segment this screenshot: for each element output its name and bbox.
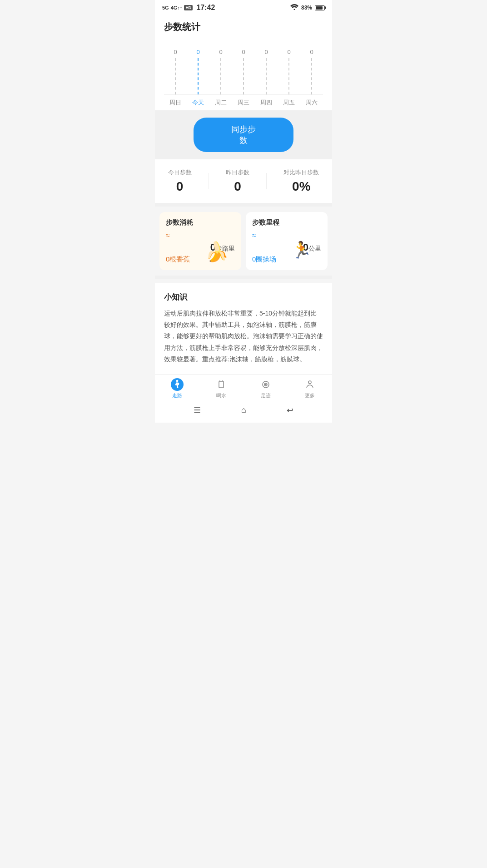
- today-value: 0: [176, 179, 184, 194]
- stats-row: 今日步数 0 昨日步数 0 对比昨日步数 0%: [155, 159, 332, 203]
- knowledge-title: 小知识: [164, 292, 323, 302]
- bar-col-4[interactable]: 0: [255, 49, 278, 94]
- bar-item-5: [288, 58, 290, 94]
- main-content: 步数统计 0000000 周日今天周二周三周四周五周六: [155, 14, 332, 110]
- chart-label-5: 周五: [278, 99, 300, 107]
- chart-label-2: 周二: [209, 99, 232, 107]
- battery-percent: 83%: [301, 5, 312, 11]
- bar-col-6[interactable]: 0: [300, 49, 323, 94]
- distance-card: 步数里程 ≈ 0公里 0圈操场 🏃: [246, 212, 328, 270]
- today-label: 今日步数: [168, 168, 192, 177]
- cards-section: 步数消耗 ≈ 0卡路里 0根香蕉 🍌 步数里程 ≈ 0公里 0圈操场 🏃: [155, 207, 332, 276]
- banana-icon-area: 🍌: [205, 241, 237, 266]
- yesterday-value: 0: [234, 179, 241, 194]
- bar-col-0[interactable]: 0: [164, 49, 187, 94]
- menu-icon[interactable]: ☰: [194, 405, 201, 415]
- status-bar: 5G 4G↑↑ HD 17:42 83%: [155, 0, 332, 14]
- divider-1: [209, 173, 209, 189]
- bar-value-2: 0: [219, 49, 222, 55]
- nav-item-walk[interactable]: 走路: [155, 378, 199, 399]
- bar-item-3: [243, 58, 244, 94]
- separator-2: [155, 276, 332, 279]
- runner-icon: 🏃: [291, 241, 312, 259]
- bar-value-1: 0: [196, 49, 199, 55]
- svg-point-1: [176, 380, 178, 382]
- water-label: 喝水: [216, 392, 226, 399]
- chart-label-4: 周四: [255, 99, 278, 107]
- bar-item-6: [311, 58, 313, 94]
- time-display: 17:42: [196, 4, 215, 12]
- bar-item-1: [198, 58, 199, 94]
- distance-approx: ≈: [252, 232, 321, 240]
- more-label: 更多: [305, 392, 315, 399]
- banana-icon: 🍌: [205, 241, 229, 262]
- compare-value: 0%: [292, 179, 310, 194]
- calorie-approx: ≈: [166, 232, 235, 240]
- bar-value-3: 0: [242, 49, 245, 55]
- status-right: 83%: [290, 4, 325, 11]
- bar-item-0: [175, 58, 176, 94]
- bar-value-0: 0: [174, 49, 177, 55]
- bar-col-5[interactable]: 0: [278, 49, 300, 94]
- today-steps: 今日步数 0: [168, 168, 192, 194]
- chart-label-1: 今天: [187, 99, 209, 107]
- footprint-icon: [259, 378, 272, 391]
- bar-value-4: 0: [264, 49, 268, 55]
- bar-item-4: [266, 58, 267, 94]
- bar-col-3[interactable]: 0: [232, 49, 255, 94]
- separator-1: [155, 203, 332, 207]
- yesterday-label: 昨日步数: [226, 168, 249, 177]
- svg-point-8: [308, 381, 311, 384]
- chart-area: 0000000 周日今天周二周三周四周五周六: [164, 40, 323, 110]
- battery-icon: [315, 5, 325, 10]
- distance-title: 步数里程: [252, 218, 321, 227]
- bar-col-2[interactable]: 0: [209, 49, 232, 94]
- runner-icon-area: 🏃: [291, 241, 323, 266]
- chart-label-3: 周三: [232, 99, 255, 107]
- knowledge-text: 运动后肌肉拉伸和放松非常重要，5-10分钟就能起到比较好的效果。其中辅助工具，如…: [164, 308, 323, 365]
- svg-point-7: [265, 384, 266, 385]
- more-icon: [303, 378, 316, 391]
- svg-point-0: [293, 9, 295, 10]
- wifi-icon: [290, 4, 298, 11]
- chart-label-0: 周日: [164, 99, 187, 107]
- walk-icon: [171, 378, 184, 391]
- bar-item-2: [220, 58, 222, 94]
- knowledge-section: 小知识 运动后肌肉拉伸和放松非常重要，5-10分钟就能起到比较好的效果。其中辅助…: [155, 283, 332, 374]
- sync-section: 同步步数: [155, 110, 332, 159]
- calorie-title: 步数消耗: [166, 218, 235, 227]
- yesterday-steps: 昨日步数 0: [226, 168, 249, 194]
- home-icon[interactable]: ⌂: [241, 405, 246, 415]
- page-title: 步数统计: [164, 21, 323, 33]
- sync-button[interactable]: 同步步数: [194, 118, 293, 152]
- divider-2: [266, 173, 267, 189]
- system-nav: ☰ ⌂ ↩: [155, 401, 332, 423]
- nav-item-footprint[interactable]: 足迹: [244, 378, 288, 399]
- signal-5g: 5G: [162, 5, 169, 10]
- bottom-nav: 走路喝水足迹更多: [155, 374, 332, 401]
- walk-label: 走路: [172, 392, 182, 399]
- signal-4g: 4G↑↑: [171, 5, 183, 10]
- bar-value-5: 0: [287, 49, 290, 55]
- nav-item-water[interactable]: 喝水: [199, 378, 244, 399]
- calorie-card: 步数消耗 ≈ 0卡路里 0根香蕉 🍌: [159, 212, 241, 270]
- nav-item-more[interactable]: 更多: [288, 378, 333, 399]
- bar-col-1[interactable]: 0: [187, 49, 209, 94]
- svg-rect-2: [219, 381, 224, 388]
- water-icon: [215, 378, 228, 391]
- footprint-label: 足迹: [261, 392, 271, 399]
- hd-badge: HD: [184, 5, 193, 10]
- chart-bars: 0000000: [164, 40, 323, 95]
- back-icon[interactable]: ↩: [287, 405, 293, 415]
- compare-label: 对比昨日步数: [283, 168, 319, 177]
- status-left: 5G 4G↑↑ HD 17:42: [162, 4, 215, 12]
- chart-label-6: 周六: [300, 99, 323, 107]
- chart-labels: 周日今天周二周三周四周五周六: [164, 95, 323, 110]
- bar-value-6: 0: [310, 49, 313, 55]
- compare-steps: 对比昨日步数 0%: [283, 168, 319, 194]
